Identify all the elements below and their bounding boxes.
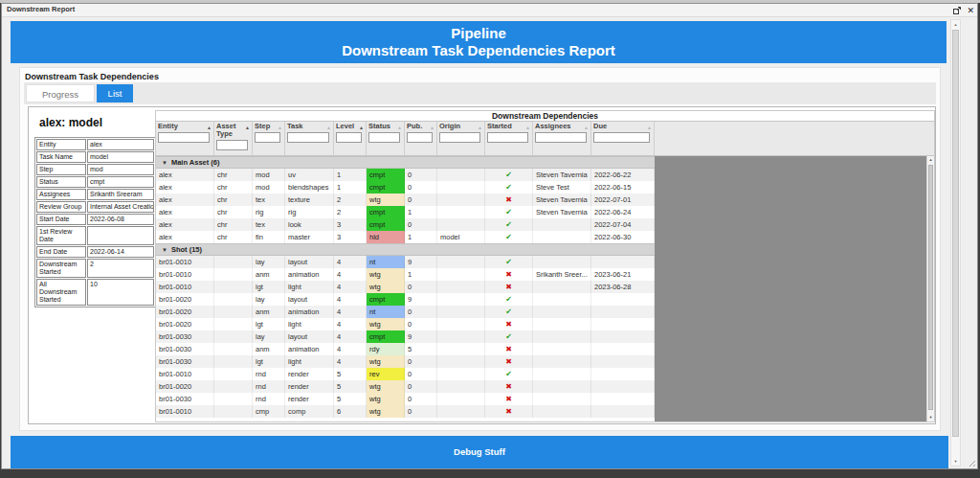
column-header-origin[interactable]: Origin▲ xyxy=(437,122,485,155)
table-row[interactable]: br01-0030laylayout4cmpt9✔ xyxy=(156,330,655,343)
filter-input-entity[interactable] xyxy=(158,132,210,143)
column-label: Status▲ xyxy=(368,123,402,130)
table-scrollbar-thumb[interactable] xyxy=(928,165,933,410)
cell-origin xyxy=(437,330,485,343)
window-scroll-up-icon[interactable]: ▲ xyxy=(951,20,960,29)
not-started-x-icon: ✖ xyxy=(505,345,512,353)
column-header-task[interactable]: Task▲ xyxy=(285,122,334,155)
cell-asset_type xyxy=(214,355,253,368)
debug-stuff-button[interactable]: Debug Stuff xyxy=(11,436,948,468)
column-header-due[interactable]: Due▲ xyxy=(591,122,655,155)
sort-asc-icon[interactable]: ▲ xyxy=(245,124,250,131)
table-row[interactable]: br01-0010laylayout4nt9✔ xyxy=(156,256,655,268)
tab-progress[interactable]: Progress xyxy=(26,84,95,102)
sort-asc-icon[interactable]: ▲ xyxy=(359,124,364,131)
filter-input-due[interactable] xyxy=(593,132,650,143)
table-row[interactable]: alexchrtextexture2wtg0✖Steven Tavernia20… xyxy=(156,193,655,206)
table-scrollbar[interactable]: ▲ ▼ xyxy=(926,156,934,421)
table-row[interactable]: br01-0030lgtlight4wtg0✖ xyxy=(156,355,655,368)
filter-input-started[interactable] xyxy=(487,132,528,143)
table-row[interactable]: br01-0010anmanimation4wtg1✖Srikanth Sree… xyxy=(156,268,655,281)
column-label: Origin▲ xyxy=(439,123,482,130)
column-header-pub[interactable]: Pub.▲ xyxy=(405,122,437,155)
sort-asc-icon[interactable]: ▲ xyxy=(430,124,434,131)
sort-asc-icon[interactable]: ▲ xyxy=(326,124,331,131)
cell-asset_type: chr xyxy=(214,218,253,231)
task-info-value: 2022-06-14 xyxy=(87,246,154,258)
filter-input-asset-type[interactable] xyxy=(216,140,248,150)
cell-entity: br01-0020 xyxy=(156,306,214,318)
filter-input-step[interactable] xyxy=(255,132,280,143)
scroll-up-icon[interactable]: ▲ xyxy=(927,156,934,164)
sort-asc-icon[interactable]: ▲ xyxy=(647,124,652,131)
table-row[interactable]: br01-0010cmpcomp6wtg0✖ xyxy=(156,405,655,418)
table-row[interactable]: br01-0020anmanimation4nt0✔ xyxy=(156,306,655,318)
sort-asc-icon[interactable]: ▲ xyxy=(478,124,482,131)
cell-task: layout xyxy=(285,256,334,268)
cell-task: light xyxy=(285,318,334,330)
filter-input-origin[interactable] xyxy=(439,132,480,143)
cell-entity: alex xyxy=(156,181,214,193)
column-header-status[interactable]: Status▲ xyxy=(367,122,405,155)
table-row[interactable]: alexchrrigrig2cmpt1✔Steven Tavernia2022-… xyxy=(156,206,655,218)
cell-status: wtg xyxy=(367,393,405,405)
collapse-icon[interactable]: ▼ xyxy=(162,160,167,166)
cell-started: ✔ xyxy=(485,256,533,268)
column-header-asset-type[interactable]: Asset Type▲ xyxy=(214,122,253,155)
sort-asc-icon[interactable]: ▲ xyxy=(525,124,530,131)
filter-input-pub[interactable] xyxy=(407,132,433,143)
group-header-row[interactable]: ▼Main Asset (6) xyxy=(156,156,655,169)
restore-window-icon[interactable] xyxy=(952,6,962,15)
table-row[interactable]: br01-0030rndrender5wtg0✖ xyxy=(156,393,655,405)
table-row[interactable]: br01-0020rndrender5wtg0✖ xyxy=(156,380,655,393)
table-row[interactable]: br01-0030anmanimation4rdy5✖ xyxy=(156,343,655,355)
filter-input-level[interactable] xyxy=(336,132,362,143)
task-info-label: Downstream Started xyxy=(36,259,86,278)
column-header-started[interactable]: Started▲ xyxy=(485,122,533,155)
cell-status: rev xyxy=(367,368,405,380)
cell-started: ✔ xyxy=(485,169,533,181)
table-row[interactable]: br01-0020laylayout4cmpt9✔ xyxy=(156,293,655,306)
cell-started: ✖ xyxy=(485,393,533,405)
window-titlebar[interactable]: Downstream Report ✕ xyxy=(2,4,977,17)
table-row[interactable]: br01-0010lgtlight4wtg0✖2023-06-28 xyxy=(156,281,655,293)
table-row[interactable]: alexchrtexlook3cmpt0✔2022-07-04 xyxy=(156,218,655,231)
cell-started: ✖ xyxy=(485,355,533,368)
table-row[interactable]: alexchrfinmaster3hld1model✔2022-06-30 xyxy=(156,231,655,243)
collapse-icon[interactable]: ▼ xyxy=(162,247,167,253)
cell-origin xyxy=(437,181,485,193)
task-info-row: Entityalex xyxy=(36,139,154,150)
cell-status: cmpt xyxy=(367,293,405,306)
sort-asc-icon[interactable]: ▲ xyxy=(278,124,282,131)
cell-level: 6 xyxy=(334,405,367,418)
window-title: Downstream Report xyxy=(7,5,75,13)
table-row[interactable]: br01-0020lgtlight4wtg0✖ xyxy=(156,318,655,330)
column-header-entity[interactable]: Entity▲ xyxy=(156,122,214,155)
filter-input-assignees[interactable] xyxy=(535,132,587,143)
window-scroll-down-icon[interactable]: ▼ xyxy=(951,457,960,466)
cell-step: lay xyxy=(253,330,285,343)
resize-grip[interactable] xyxy=(967,458,975,467)
column-header-step[interactable]: Step▲ xyxy=(253,122,285,155)
task-info-label: Review Group xyxy=(36,201,86,213)
cell-step: mod xyxy=(253,169,285,181)
sort-asc-icon[interactable]: ▲ xyxy=(397,124,402,131)
tab-list[interactable]: List xyxy=(97,84,133,102)
cell-pub: 0 xyxy=(405,181,437,193)
filter-input-task[interactable] xyxy=(287,132,329,143)
column-header-assignees[interactable]: Assignees▲ xyxy=(533,122,591,155)
table-row[interactable]: br01-0010rndrender5rev0✔ xyxy=(156,368,655,380)
group-header-row[interactable]: ▼Shot (15) xyxy=(156,243,655,256)
column-header-level[interactable]: Level▲ xyxy=(334,122,367,155)
filter-input-status[interactable] xyxy=(368,132,400,143)
sort-asc-icon[interactable]: ▲ xyxy=(584,124,589,131)
close-icon[interactable]: ✕ xyxy=(967,5,974,16)
group-label: Shot (15) xyxy=(171,245,202,254)
scroll-down-icon[interactable]: ▼ xyxy=(927,414,934,421)
table-row[interactable]: alexchrmodblendshapes1cmpt0✔Steve Test20… xyxy=(156,181,655,193)
window-scrollbar[interactable]: ▲ ▼ xyxy=(950,19,961,467)
sort-asc-icon[interactable]: ▲ xyxy=(207,124,212,131)
cell-origin: model xyxy=(437,231,485,243)
table-row[interactable]: alexchrmoduv1cmpt0✔Steven Tavernia2022-0… xyxy=(156,169,655,181)
window-scrollbar-thumb[interactable] xyxy=(952,30,959,437)
